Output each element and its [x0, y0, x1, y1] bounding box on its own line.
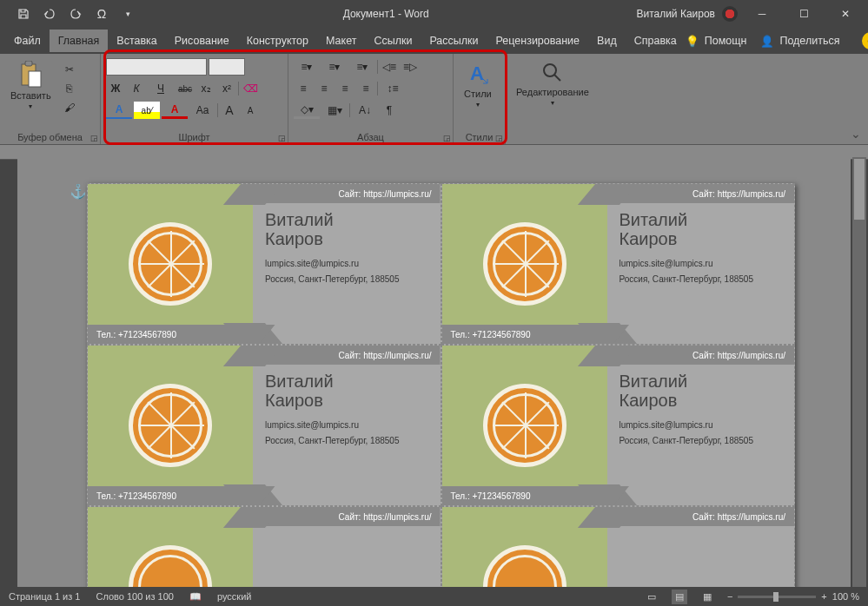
undo-icon[interactable]: [42, 6, 57, 22]
tab-mailings[interactable]: Рассылки: [421, 30, 487, 52]
align-left-button[interactable]: ≡: [294, 80, 313, 97]
status-words[interactable]: Слово 100 из 100: [96, 591, 174, 602]
svg-point-4: [544, 64, 556, 76]
vertical-scrollbar[interactable]: [852, 157, 866, 587]
avatar[interactable]: [722, 6, 738, 22]
feedback-icon[interactable]: ☺: [862, 32, 868, 49]
zoom-slider[interactable]: [738, 596, 816, 598]
paragraph-group-label: Абзац: [294, 132, 447, 144]
lightbulb-icon: 💡: [686, 35, 699, 48]
svg-text:A: A: [470, 63, 484, 84]
bullets-button[interactable]: ≡▾: [294, 58, 320, 76]
highlight-button[interactable]: ab⁄: [134, 102, 160, 119]
justify-button[interactable]: ≡: [356, 80, 375, 97]
change-case-button[interactable]: Aa: [189, 102, 215, 119]
spellcheck-icon[interactable]: 📖: [189, 591, 202, 603]
line-spacing-button[interactable]: ↕≡: [380, 80, 406, 97]
status-page[interactable]: Страница 1 из 1: [9, 591, 80, 602]
numbering-button[interactable]: ≡▾: [321, 58, 348, 76]
business-card[interactable]: Сайт: https://lumpics.ru/ ВиталийКаировl…: [87, 183, 441, 345]
tab-review[interactable]: Рецензирование: [487, 30, 589, 52]
business-card[interactable]: Сайт: https://lumpics.ru/ ВиталийКаировl…: [87, 345, 441, 506]
subscript-button[interactable]: x₂: [196, 80, 215, 97]
window-title: Документ1 - Word: [136, 8, 636, 20]
editing-button[interactable]: Редактирование ▾: [511, 57, 594, 110]
zoom-level[interactable]: 100 %: [832, 591, 859, 602]
web-layout-icon[interactable]: ▦: [703, 591, 712, 603]
format-painter-icon[interactable]: 🖌: [60, 99, 79, 116]
collapse-ribbon-icon[interactable]: ⌄: [851, 127, 861, 141]
clear-format-icon[interactable]: ⌫: [241, 80, 260, 97]
user-name: Виталий Каиров: [636, 8, 715, 20]
tab-draw[interactable]: Рисование: [166, 30, 238, 52]
copy-icon[interactable]: ⎘: [60, 80, 79, 97]
font-size-input[interactable]: [209, 58, 245, 76]
orange-icon: [129, 222, 212, 306]
align-right-button[interactable]: ≡: [335, 80, 354, 97]
font-name-input[interactable]: [106, 58, 207, 76]
styles-button[interactable]: A Стили ▾: [459, 57, 497, 112]
paste-button[interactable]: Вставить ▾: [5, 57, 56, 114]
underline-button[interactable]: Ч: [148, 80, 174, 97]
clipboard-group-label: Буфер обмена: [5, 132, 95, 144]
anchor-icon: ⚓: [70, 183, 87, 200]
styles-group-label: Стили: [459, 132, 500, 144]
minimize-icon[interactable]: ─: [745, 1, 779, 27]
page: ⚓ Сайт: https://lumpics.ru/ ВиталийКаиро…: [87, 183, 795, 587]
tab-layout[interactable]: Макет: [317, 30, 365, 52]
card-site: Сайт: https://lumpics.ru/: [253, 184, 441, 203]
card-tel: Тел.: +71234567890: [88, 325, 275, 344]
strike-button[interactable]: abc: [176, 80, 195, 97]
tell-me[interactable]: Помощн: [705, 30, 756, 52]
borders-button[interactable]: ▦▾: [321, 102, 348, 119]
print-layout-icon[interactable]: ▤: [672, 590, 687, 604]
zoom-out-icon[interactable]: −: [727, 591, 732, 602]
text-effects-button[interactable]: A: [106, 102, 132, 119]
share-button[interactable]: Поделиться: [779, 30, 848, 52]
zoom-in-icon[interactable]: +: [821, 591, 826, 602]
align-center-button[interactable]: ≡: [315, 80, 334, 97]
italic-button[interactable]: К: [127, 80, 146, 97]
shading-button[interactable]: ◇▾: [294, 102, 320, 119]
tab-view[interactable]: Вид: [588, 30, 626, 52]
bold-button[interactable]: Ж: [106, 80, 125, 97]
clipboard-launcher-icon[interactable]: ◲: [90, 134, 98, 142]
decrease-indent-button[interactable]: ◁≡: [380, 58, 399, 76]
cut-icon[interactable]: ✂: [60, 61, 79, 78]
redo-icon[interactable]: [68, 6, 83, 22]
save-icon[interactable]: [16, 6, 31, 22]
close-icon[interactable]: ✕: [828, 1, 863, 27]
qat-more-icon[interactable]: ▾: [120, 6, 136, 22]
multilevel-button[interactable]: ≡▾: [349, 58, 375, 76]
svg-rect-2: [29, 71, 41, 87]
font-color-button[interactable]: A: [162, 102, 188, 119]
business-card[interactable]: Сайт: https://lumpics.ru/ ВиталийКаировl…: [441, 183, 796, 345]
tab-help[interactable]: Справка: [626, 30, 686, 52]
tab-insert[interactable]: Вставка: [108, 30, 165, 52]
business-card[interactable]: Сайт: https://lumpics.ru/: [87, 506, 441, 587]
omega-icon[interactable]: Ω: [94, 6, 109, 22]
read-mode-icon[interactable]: ▭: [647, 591, 656, 603]
share-icon: 👤: [760, 35, 774, 48]
tab-design[interactable]: Конструктор: [238, 30, 317, 52]
svg-rect-1: [25, 61, 32, 66]
business-card[interactable]: Сайт: https://lumpics.ru/ ВиталийКаировl…: [441, 345, 796, 506]
tab-references[interactable]: Ссылки: [365, 30, 421, 52]
show-marks-button[interactable]: ¶: [380, 102, 399, 119]
increase-indent-button[interactable]: ≡▷: [401, 58, 420, 76]
grow-font-button[interactable]: A: [220, 102, 239, 119]
sort-button[interactable]: A↓: [352, 102, 378, 119]
font-launcher-icon[interactable]: ◲: [278, 134, 286, 142]
superscript-button[interactable]: x²: [217, 80, 236, 97]
business-card[interactable]: Сайт: https://lumpics.ru/: [441, 506, 796, 587]
status-lang[interactable]: русский: [217, 591, 251, 602]
font-group-label: Шрифт: [106, 132, 282, 144]
styles-launcher-icon[interactable]: ◲: [495, 134, 503, 142]
shrink-font-button[interactable]: A: [241, 102, 260, 119]
paragraph-launcher-icon[interactable]: ◲: [443, 134, 451, 142]
tab-home[interactable]: Главная: [50, 30, 109, 52]
tab-file[interactable]: Файл: [5, 30, 50, 52]
maximize-icon[interactable]: ☐: [786, 1, 821, 27]
document-viewport[interactable]: ⚓ Сайт: https://lumpics.ru/ ВиталийКаиро…: [17, 157, 851, 587]
